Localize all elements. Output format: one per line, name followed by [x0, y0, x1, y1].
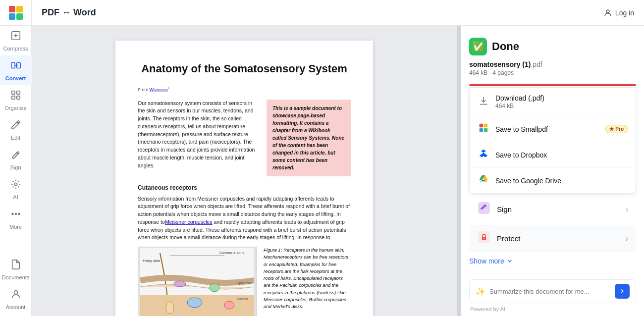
dropbox-icon [478, 149, 489, 161]
sidebar-item-organize[interactable]: Organize [0, 85, 32, 115]
ai-send-icon [619, 288, 626, 295]
show-more-chevron-icon [506, 258, 513, 264]
svg-rect-3 [11, 62, 14, 68]
sidebar-item-more[interactable]: More [0, 204, 32, 234]
save-drive-item[interactable]: Save to Google Drive [470, 168, 636, 193]
svg-rect-35 [484, 128, 488, 132]
sidebar-item-compress[interactable]: Compress [0, 26, 32, 55]
skin-diagram-svg: Hairy skin Glabrous skin Epidermis Dermi… [140, 248, 254, 316]
login-button[interactable]: Log in [603, 8, 634, 17]
sidebar-item-edit[interactable]: Edit [0, 115, 32, 145]
svg-rect-8 [16, 96, 19, 99]
sidebar-label-ai: AI [13, 194, 18, 200]
show-more-link[interactable]: Show more [469, 254, 636, 273]
pdf-viewer[interactable]: Anatomy of the Somatosensory System From… [32, 26, 457, 316]
sidebar-item-documents[interactable]: Documents [0, 255, 32, 284]
pro-badge: ★Pro [605, 125, 628, 133]
sidebar-label-organize: Organize [4, 105, 27, 111]
download-pdf-size: 464 kB [495, 103, 544, 109]
svg-rect-34 [480, 128, 483, 132]
ai-powered-text: Powered by AI [469, 306, 636, 312]
svg-point-39 [483, 238, 484, 239]
svg-rect-32 [480, 124, 483, 127]
download-pdf-item[interactable]: Download (.pdf) 464 kB [470, 88, 636, 116]
sign-action-item[interactable]: Sign › [469, 196, 636, 223]
file-info: somatosensory (1).pdf 464 kB · 4 pages [469, 60, 636, 76]
svg-point-15 [606, 10, 609, 13]
app-logo[interactable] [0, 0, 32, 26]
pdf-figure-caption: Figure 1: Receptors in the human skin: M… [264, 247, 351, 316]
right-panel: ✅ Done somatosensory (1).pdf 464 kB · 4 … [461, 26, 644, 316]
more-icon [10, 209, 21, 222]
organize-icon [10, 90, 21, 103]
pdf-text: Our somatosensory system consists of sen… [138, 100, 260, 176]
sidebar-label-compress: Compress [3, 46, 28, 52]
ai-sparkle-icon: ✨ [476, 287, 485, 296]
svg-point-10 [14, 183, 17, 186]
save-dropbox-label: Save to Dropbox [495, 151, 628, 159]
page-title: PDF ↔ Word [42, 7, 96, 18]
ai-send-button[interactable] [615, 284, 630, 299]
svg-point-22 [187, 298, 202, 308]
download-btn-row: Download [469, 84, 636, 86]
ai-input[interactable] [489, 288, 611, 295]
save-smallpdf-label: Save to Smallpdf [495, 125, 599, 133]
ai-input-row: ✨ [469, 279, 636, 303]
svg-rect-6 [16, 91, 19, 94]
download-dropdown: Download (.pdf) 464 kB Save to [469, 87, 636, 194]
save-dropbox-item[interactable]: Save to Dropbox [470, 142, 636, 168]
sidebar-item-convert[interactable]: Convert [0, 55, 32, 85]
pdf-callout: This is a sample document to showcase pa… [267, 100, 351, 176]
sidebar-item-sign[interactable]: Sign [0, 145, 32, 174]
scroll-divider[interactable] [457, 26, 461, 316]
sidebar-label-sign: Sign [10, 164, 21, 170]
sign-action-label: Sign [497, 205, 620, 213]
convert-icon [10, 60, 21, 73]
pdf-source: From Wikibooks1 [138, 86, 351, 94]
logo-cell-red [9, 6, 15, 12]
logo-cell-yellow [16, 6, 23, 12]
svg-rect-5 [11, 91, 14, 94]
logo-grid [9, 6, 23, 20]
main-area: PDF ↔ Word Log in Anatomy of the Somatos… [32, 0, 644, 316]
svg-point-11 [12, 213, 13, 214]
compress-icon [10, 30, 21, 44]
content-area: Anatomy of the Somatosensory System From… [32, 26, 644, 316]
pdf-figure-image: Hairy skin Glabrous skin Epidermis Dermi… [138, 247, 257, 316]
show-more-label: Show more [469, 257, 504, 265]
svg-point-13 [18, 213, 20, 214]
sign-chevron-icon: › [626, 205, 628, 214]
google-drive-icon [478, 174, 489, 187]
svg-point-24 [224, 301, 234, 309]
download-pdf-icon [478, 96, 489, 108]
sidebar-item-ai[interactable]: AI [0, 174, 32, 204]
login-label: Log in [615, 9, 634, 17]
svg-point-14 [14, 290, 17, 294]
logo-cell-blue [9, 13, 15, 20]
ai-icon [10, 179, 21, 192]
sidebar: Compress Convert Organize Edit Sign AI [0, 0, 32, 316]
file-meta: 464 kB · 4 pages [469, 69, 636, 76]
sidebar-item-account[interactable]: Account [0, 284, 32, 314]
pdf-section-cutaneous: Cutaneous receptors [138, 183, 351, 192]
save-smallpdf-item[interactable]: Save to Smallpdf ★Pro [470, 116, 636, 142]
protect-chevron-icon: › [626, 234, 628, 243]
done-header: ✅ Done [469, 38, 636, 55]
svg-point-23 [166, 302, 174, 314]
ai-bar: ✨ Powered by AI [469, 273, 636, 316]
smallpdf-icon [478, 123, 489, 135]
account-icon [10, 289, 21, 302]
download-button[interactable]: Download [470, 85, 613, 86]
svg-rect-7 [11, 96, 14, 99]
svg-text:Dermis: Dermis [237, 297, 248, 301]
sign-action-icon [477, 202, 491, 216]
sidebar-label-documents: Documents [2, 274, 30, 280]
svg-text:Glabrous skin: Glabrous skin [219, 251, 244, 255]
svg-text:Epidermis: Epidermis [237, 281, 253, 285]
svg-point-12 [15, 213, 16, 214]
pdf-link-meissner[interactable]: Meissner corpuscles [165, 219, 213, 225]
header: PDF ↔ Word Log in [32, 0, 644, 26]
protect-action-item[interactable]: Protect › [469, 225, 636, 252]
pdf-source-link[interactable]: Wikibooks [150, 87, 168, 92]
svg-point-20 [174, 281, 186, 287]
